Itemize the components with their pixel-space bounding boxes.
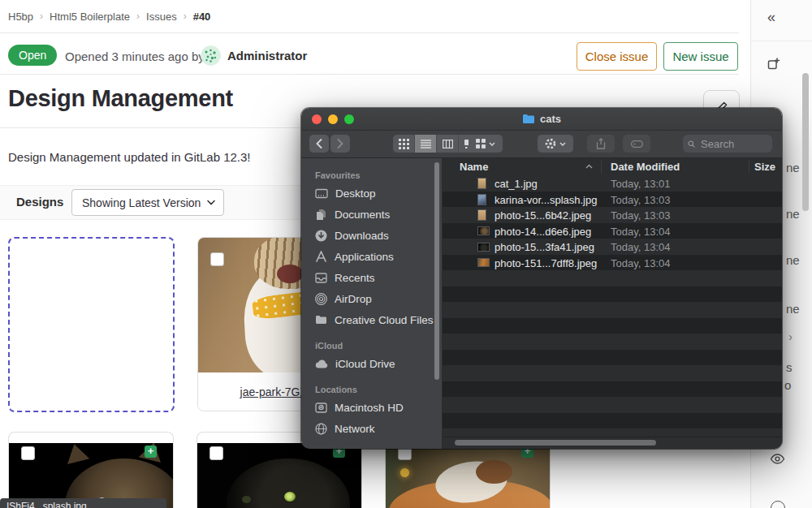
file-row[interactable]: karina-vor...splash.jpg Today, 13:03 (443, 192, 782, 208)
sidebar-none-fragment: ne (786, 253, 800, 267)
sidebar-item-label: Macintosh HD (335, 402, 404, 414)
file-row[interactable]: photo-15...6b42.jpeg Today, 13:03 (443, 207, 782, 223)
sidebar-none-fragment: ne (786, 302, 800, 316)
sidebar-item-applications[interactable]: Applications (301, 246, 442, 267)
column-divider[interactable] (601, 161, 602, 173)
action-gear-button[interactable] (538, 135, 573, 153)
column-header-name[interactable]: Name (460, 161, 488, 173)
file-date: Today, 13:04 (611, 257, 670, 269)
new-issue-button[interactable]: New issue (663, 42, 738, 71)
file-thumbnail (477, 194, 486, 205)
close-issue-button[interactable]: Close issue (577, 42, 657, 71)
breadcrumb-issue-number[interactable]: #40 (193, 11, 211, 23)
eye-icon[interactable] (770, 453, 785, 465)
sidebar-text-fragment: s (786, 360, 793, 374)
file-thumbnail (477, 243, 490, 252)
file-date: Today, 13:03 (611, 194, 670, 206)
folder-icon (522, 114, 535, 124)
breadcrumb-project[interactable]: Html5 Boilerplate (50, 11, 130, 23)
file-name: photo-14...d6e6.jpeg (495, 226, 591, 238)
page-scrollbar[interactable] (802, 73, 809, 211)
horizontal-scrollbar[interactable] (443, 437, 782, 449)
airdrop-icon (315, 293, 327, 305)
design-added-badge: + (145, 446, 157, 458)
window-title: cats (301, 108, 782, 130)
sidebar-scrollbar[interactable] (434, 162, 439, 380)
search-input[interactable] (699, 137, 767, 151)
version-filter-value: Showing Latest Version (82, 196, 201, 209)
finder-titlebar[interactable]: cats (301, 108, 782, 131)
sidebar-collapse-icon[interactable]: « (767, 9, 775, 26)
update-alert-text: Design Management updated in GitLab 12.3… (8, 150, 251, 164)
breadcrumb-issues[interactable]: Issues (146, 11, 177, 23)
empty-row (443, 381, 782, 398)
list-header: Name Date Modified Size (443, 158, 782, 176)
forward-button[interactable] (330, 135, 350, 153)
breadcrumb-separator: › (40, 11, 43, 22)
sidebar-item-label: Network (335, 423, 375, 435)
copy-reference-icon[interactable] (767, 57, 780, 71)
icon-view-button[interactable] (393, 135, 414, 153)
empty-row (443, 318, 782, 334)
file-row[interactable]: photo-151...7dff8.jpeg Today, 13:04 (443, 255, 782, 271)
sidebar-none-fragment: ne (786, 161, 800, 174)
version-filter-dropdown[interactable]: Showing Latest Version (71, 189, 224, 216)
file-row[interactable]: photo-15...3fa41.jpeg Today, 13:04 (443, 239, 782, 255)
empty-row (443, 413, 782, 429)
identicon (201, 45, 221, 66)
sidebar-item-creative-cloud-files[interactable]: Creative Cloud Files (301, 309, 442, 330)
file-name: photo-15...6b42.jpeg (495, 209, 591, 222)
tag-button[interactable] (623, 135, 650, 153)
sort-ascending-icon (585, 164, 593, 169)
list-view-button[interactable] (414, 135, 436, 153)
divider (0, 32, 739, 33)
finder-search-field[interactable] (683, 135, 772, 153)
desktop-icon (315, 188, 328, 199)
design-dropzone[interactable]: cat_1.jpg Incoming! Drop your designs to… (8, 237, 175, 412)
sidebar-item-network[interactable]: Network (301, 418, 442, 439)
sidebar-item-icloud-drive[interactable]: iCloud Drive (301, 353, 442, 374)
share-button[interactable] (587, 135, 615, 153)
sidebar-chevron-fragment: › (788, 329, 793, 343)
author-name[interactable]: Administrator (227, 49, 307, 62)
empty-row (443, 350, 782, 366)
sidebar-item-macintosh-hd[interactable]: Macintosh HD (301, 397, 442, 418)
file-name: cat_1.jpg (495, 178, 538, 190)
file-row[interactable]: photo-14...d6e6.jpeg Today, 13:04 (443, 223, 782, 239)
file-date: Today, 13:03 (611, 209, 670, 222)
empty-row (443, 302, 782, 318)
design-checkbox[interactable] (209, 446, 223, 460)
horizontal-scrollbar-thumb[interactable] (455, 440, 656, 446)
opened-text: Opened 3 minutes ago by (65, 50, 205, 63)
designs-label: Designs (16, 195, 63, 209)
sidebar-item-label: iCloud Drive (335, 358, 395, 370)
file-thumbnail (477, 178, 486, 189)
sidebar-section-title: Favourites (301, 166, 442, 183)
sidebar-item-desktop[interactable]: Desktop (301, 183, 442, 204)
column-header-date-modified[interactable]: Date Modified (611, 161, 680, 173)
gear-icon (545, 138, 556, 149)
file-name: photo-15...3fa41.jpeg (495, 241, 594, 253)
group-by-button[interactable] (469, 135, 503, 153)
file-rows: cat_1.jpg Today, 13:01 karina-vor...spla… (443, 175, 782, 449)
sidebar-item-documents[interactable]: Documents (301, 204, 442, 225)
design-checkbox[interactable] (210, 252, 224, 266)
file-row[interactable]: cat_1.jpg Today, 13:01 (443, 175, 782, 192)
sidebar-section-title: Locations (301, 374, 442, 397)
avatar[interactable] (201, 45, 221, 66)
sidebar-item-airdrop[interactable]: AirDrop (301, 288, 442, 309)
finder-window: cats (301, 108, 782, 449)
finder-toolbar (301, 131, 782, 158)
sidebar-item-label: Creative Cloud Files (335, 314, 434, 326)
column-header-size[interactable]: Size (754, 161, 775, 173)
sidebar-item-recents[interactable]: Recents (301, 267, 442, 288)
column-view-button[interactable] (436, 135, 458, 153)
back-button[interactable] (309, 135, 329, 153)
column-divider[interactable] (749, 161, 749, 173)
sidebar-text-fragment: o (784, 378, 791, 392)
breadcrumb-group[interactable]: H5bp (8, 11, 33, 23)
design-card[interactable]: + (8, 432, 174, 508)
sidebar-item-downloads[interactable]: Downloads (301, 225, 442, 246)
page-title: Design Management (8, 85, 233, 112)
design-checkbox[interactable] (21, 446, 35, 460)
